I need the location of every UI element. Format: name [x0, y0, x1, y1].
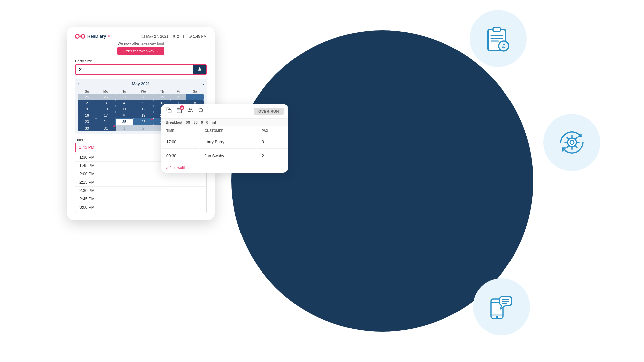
col-time: TIME [162, 127, 199, 135]
svg-line-40 [202, 111, 203, 112]
cal-dow-th: Th [153, 89, 171, 94]
header-date: May 27, 2021 [141, 34, 168, 38]
calendar-day[interactable]: 1 [116, 125, 133, 131]
cal-dow-tu: Tu [116, 89, 133, 94]
calendar-next-button[interactable]: › [202, 81, 204, 87]
mobile-icon-circle [473, 278, 530, 335]
calendar-prev-button[interactable]: ‹ [78, 81, 79, 87]
cell-pax: 2 [257, 149, 288, 162]
calendar-day[interactable]: 30 [78, 125, 96, 131]
calendar-day[interactable]: 25 [116, 118, 133, 125]
billing-icon: £ [483, 23, 513, 54]
calendar-day[interactable]: 24 [96, 118, 116, 125]
calendar-day[interactable]: 17 [96, 112, 116, 118]
cal-dow-mo: Mo [96, 89, 116, 94]
calendar-day[interactable]: 10 [96, 106, 116, 112]
table-row[interactable]: 09:30Jan Swaby2 [162, 149, 288, 162]
resdiary-logo: ResDiary ® [75, 34, 110, 39]
svg-point-39 [199, 108, 203, 112]
svg-point-38 [191, 109, 192, 110]
svg-point-20 [496, 316, 498, 318]
cell-pax: 3 [257, 136, 288, 149]
time-option[interactable]: 2:45 PM [75, 195, 206, 203]
mobile-message-icon [486, 292, 517, 322]
svg-rect-25 [142, 35, 145, 38]
calendar-day[interactable]: 16 [78, 112, 96, 118]
party-size-input[interactable] [76, 65, 193, 74]
calendar-day[interactable]: 5 [133, 100, 153, 106]
time-option[interactable]: 2:30 PM [75, 187, 206, 195]
takeaway-banner: We now offer takeaway food Order for tak… [75, 41, 207, 55]
logo-trademark: ® [108, 35, 110, 38]
calendar-day[interactable]: 3 [96, 100, 116, 106]
calendar-day[interactable]: 2 [78, 100, 96, 106]
cell-time: 17:00 [162, 136, 199, 149]
svg-point-31 [199, 67, 201, 69]
calendar-day[interactable]: 25 [78, 94, 96, 100]
calendar-day[interactable]: 9 [78, 106, 96, 112]
calendar-day[interactable]: 12 [133, 106, 153, 112]
calendar-title: May 2021 [132, 82, 150, 86]
calendar-day[interactable]: 28 [133, 94, 153, 100]
calendar-day[interactable]: 2 [133, 125, 153, 131]
search-icon[interactable] [198, 107, 204, 115]
svg-rect-32 [168, 110, 171, 113]
section-time: 09 [186, 120, 190, 124]
calendar-header: ‹ May 2021 › [78, 81, 204, 87]
party-size-icon-btn[interactable] [193, 65, 206, 74]
calendar-day[interactable]: 4 [116, 100, 133, 106]
col-customer: CUSTOMER [200, 127, 256, 135]
card-header: ResDiary ® May 27, 2021 2 | 1:45 PM [75, 34, 207, 39]
time-option[interactable]: 2:15 PM [75, 178, 206, 187]
calendar-day[interactable]: 19 [133, 112, 153, 118]
svg-line-15 [576, 137, 577, 139]
cal-dow-fr: Fr [171, 89, 186, 94]
copy-icon[interactable] [166, 107, 172, 115]
table-row[interactable]: 17:00Larry Barry3 [162, 136, 288, 149]
calendar-weekdays: Su Mo Tu We Th Fr Sa [78, 89, 204, 94]
calendar-day[interactable]: 29 [153, 94, 171, 100]
svg-line-16 [567, 146, 568, 147]
header-separator: | [183, 34, 184, 38]
logo-text: ResDiary [87, 34, 106, 39]
overrun-button[interactable]: OVER RUN [254, 108, 284, 115]
time-option[interactable]: 3:00 PM [75, 203, 206, 212]
svg-line-13 [567, 137, 568, 139]
calendar-day[interactable]: 23 [78, 118, 96, 125]
col-pax: PAX [257, 127, 288, 135]
guests-icon[interactable] [187, 107, 193, 115]
calendar-day[interactable]: 18 [116, 112, 133, 118]
breakfast-label: Breakfast [166, 120, 182, 124]
calendar-icon[interactable]: 2 [176, 107, 182, 115]
calendar-badge: 2 [180, 105, 184, 110]
reservations-table: TIME CUSTOMER PAX 17:00Larry Barry309:30… [161, 126, 288, 163]
calendar-day[interactable]: 26 [133, 118, 153, 125]
header-guests: 2 [172, 34, 179, 38]
cal-dow-su: Su [78, 89, 96, 94]
calendar-day[interactable]: 30 [171, 94, 186, 100]
svg-text:£: £ [502, 43, 505, 49]
reservation-card: 2 OVER RUN Breakfast 09 30 0 0 int TIME … [161, 104, 288, 173]
party-size-label: Party Size [75, 59, 207, 63]
cell-time: 09:30 [162, 149, 199, 162]
party-size-field [75, 64, 207, 75]
takeaway-button[interactable]: Order for takeaway → [117, 47, 164, 55]
calendar-day[interactable]: 27 [116, 94, 133, 100]
svg-rect-1 [493, 27, 500, 32]
time-option[interactable]: 5:00 PM [75, 212, 206, 213]
svg-line-14 [576, 146, 577, 147]
join-waitlist[interactable]: ⊕ Join waitlist [161, 163, 288, 173]
calendar-day[interactable]: 1 [186, 94, 204, 100]
cell-customer: Jan Swaby [200, 149, 256, 162]
billing-icon-circle: £ [470, 10, 527, 67]
table-header-row: TIME CUSTOMER PAX [162, 127, 288, 135]
svg-point-8 [570, 140, 574, 144]
logo-ring-right [80, 34, 85, 39]
calendar-day[interactable]: 26 [96, 94, 116, 100]
calendar-day[interactable]: 31 [96, 125, 116, 131]
sync-icon [557, 127, 587, 158]
calendar-day[interactable]: 11 [116, 106, 133, 112]
cal-dow-we: We [133, 89, 153, 94]
header-info: May 27, 2021 2 | 1:45 PM [141, 34, 207, 38]
calendar-week: 2526272829301 [78, 94, 204, 100]
